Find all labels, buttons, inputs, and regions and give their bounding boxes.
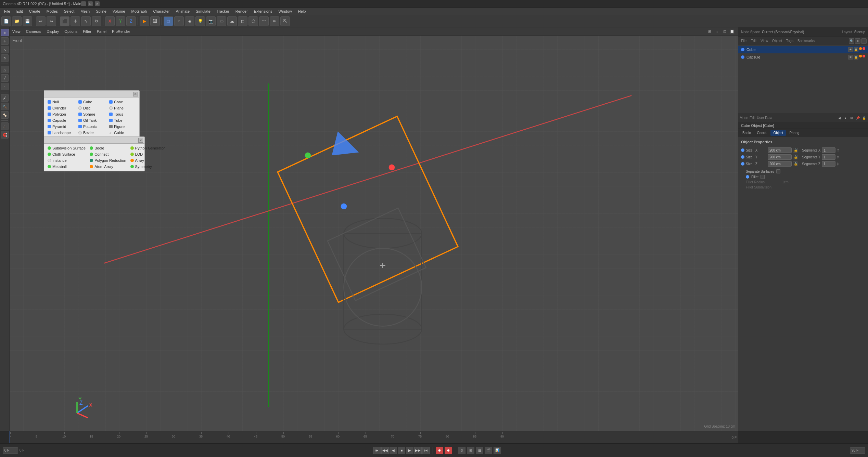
tool-magnet[interactable]: 🧲 (1, 131, 9, 139)
vp-icon-4[interactable]: 🔲 (729, 28, 735, 35)
vp-icon-3[interactable]: ⊡ (722, 28, 728, 35)
tool-point[interactable]: · (1, 83, 9, 90)
vp-icon-1[interactable]: ⊞ (706, 28, 713, 35)
obj-row-cube[interactable]: Cube 👁 🔒 (738, 46, 868, 53)
btn-render-1[interactable]: ⊙ (458, 447, 465, 454)
menu-volume[interactable]: Volume (110, 9, 128, 14)
menu-character[interactable]: Character (150, 9, 172, 14)
obj-more-icon[interactable]: ⋯ (861, 38, 867, 44)
gen-symmetry[interactable]: Symmetry (128, 164, 167, 170)
btn-next-frame[interactable]: ▶▶ (414, 447, 422, 454)
props-lock-y[interactable]: 🔒 (793, 155, 798, 159)
props-lock[interactable]: 🔒 (861, 115, 867, 121)
start-frame-input[interactable] (3, 447, 18, 454)
btn-stop[interactable]: ■ (398, 447, 405, 454)
toolbar-new[interactable]: 📄 (1, 16, 11, 26)
toolbar-light[interactable]: 💡 (195, 16, 205, 26)
obj-row-capsule[interactable]: Capsule 👁 🔒 (738, 53, 868, 61)
obj-filter-icon[interactable]: ≡ (855, 38, 860, 44)
props-checkbox-sep-surfaces[interactable] (776, 169, 780, 173)
obj-tab-edit[interactable]: Edit (749, 38, 758, 43)
menu-animate[interactable]: Animate (173, 9, 192, 14)
vp-icon-2[interactable]: ↕ (714, 28, 720, 35)
toolbar-select[interactable]: ⬛ (60, 16, 69, 26)
gen-connect[interactable]: Connect (88, 151, 128, 157)
toolbar-camera[interactable]: 📷 (206, 16, 216, 26)
primitive-null[interactable]: Null (46, 99, 76, 105)
props-input-seg-z[interactable] (822, 161, 835, 167)
toolbar-render[interactable]: ▶ (140, 16, 149, 26)
btn-prev-frame[interactable]: ◀◀ (381, 447, 389, 454)
toolbar-sky[interactable]: ☁ (227, 16, 237, 26)
menu-file[interactable]: File (1, 9, 13, 14)
props-pin[interactable]: 📌 (855, 115, 860, 121)
props-tab-phong[interactable]: Phong (787, 130, 802, 136)
popup-primitives-close[interactable]: ✕ (133, 92, 138, 96)
btn-go-start[interactable]: ⏮ (373, 447, 381, 454)
toolbar-move[interactable]: ✛ (71, 16, 80, 26)
timeline-track[interactable]: 0 5 10 15 20 25 30 35 40 45 50 55 60 65 … (10, 431, 738, 443)
obj-lock-cube[interactable]: 🔒 (854, 47, 858, 52)
obj-tab-object[interactable]: Object (771, 38, 783, 43)
props-tab-coord[interactable]: Coord. (754, 130, 770, 136)
gen-boole[interactable]: Boole (88, 145, 128, 151)
minimize-btn[interactable]: ─ (81, 1, 86, 6)
vp-menu-filter[interactable]: Filter (83, 29, 91, 34)
primitive-polygon[interactable]: Polygon (46, 111, 76, 117)
obj-lock-capsule[interactable]: 🔒 (854, 55, 858, 60)
vp-menu-view[interactable]: View (12, 29, 21, 34)
primitive-torus[interactable]: Torus (107, 111, 138, 117)
gen-atom-array[interactable]: Atom Array (88, 164, 128, 170)
btn-record-2[interactable]: ⏺ (445, 447, 452, 454)
gen-cloth[interactable]: Cloth Surface (46, 151, 88, 157)
obj-tab-tags[interactable]: Tags (785, 38, 795, 43)
toolbar-rotate[interactable]: ↻ (92, 16, 101, 26)
btn-play-back[interactable]: ◀ (390, 447, 397, 454)
obj-tab-file[interactable]: File (740, 38, 748, 43)
gen-polygon-reduction[interactable]: Polygon Reduction (88, 157, 128, 164)
props-nav-up[interactable]: ▲ (843, 115, 848, 121)
toolbar-knife[interactable]: ⛏ (280, 16, 290, 26)
obj-search-icon[interactable]: 🔍 (849, 38, 854, 44)
obj-tab-view[interactable]: View (759, 38, 769, 43)
gen-subdivision[interactable]: Subdivision Surface (46, 145, 88, 151)
toolbar-spline-tool[interactable]: ✏ (270, 16, 279, 26)
menu-mograph[interactable]: MoGraph (129, 9, 150, 14)
menu-create[interactable]: Create (26, 9, 43, 14)
props-nav-back[interactable]: ◀ (837, 115, 842, 121)
gen-array[interactable]: Array (128, 157, 167, 164)
obj-vis-capsule[interactable]: 👁 (848, 55, 853, 60)
primitive-cylinder[interactable]: Cylinder (46, 105, 76, 111)
primitive-figure[interactable]: Figure (107, 123, 138, 130)
tool-select-model[interactable]: ◈ (1, 29, 9, 36)
props-spinner-x[interactable]: ▲▼ (837, 148, 839, 152)
viewport-canvas[interactable]: Front (10, 36, 738, 431)
props-lock-z[interactable]: 🔒 (793, 161, 798, 166)
props-lock-x[interactable]: 🔒 (793, 148, 798, 153)
end-frame-input[interactable] (850, 447, 865, 454)
menu-select[interactable]: Select (61, 9, 77, 14)
menu-tracker[interactable]: Tracker (214, 9, 232, 14)
toolbar-null[interactable]: ○ (174, 16, 184, 26)
btn-render-2[interactable]: ⊞ (467, 447, 474, 454)
props-edit[interactable]: Edit (750, 116, 755, 120)
obj-vis-cube[interactable]: 👁 (848, 47, 853, 52)
gen-metaball[interactable]: Metaball (46, 164, 88, 170)
primitive-cube[interactable]: Cube (76, 99, 107, 105)
menu-spline[interactable]: Spline (93, 9, 109, 14)
props-input-size-z[interactable] (768, 161, 792, 167)
toolbar-floor[interactable]: ▭ (217, 16, 226, 26)
tool-scale[interactable]: ⤡ (1, 46, 9, 53)
toolbar-object[interactable]: □ (164, 16, 173, 26)
gen-python[interactable]: Python Generator (128, 145, 167, 151)
toolbar-env[interactable]: ⬡ (248, 16, 258, 26)
tool-poly[interactable]: △ (1, 66, 9, 73)
toolbar-material[interactable]: ◈ (185, 16, 194, 26)
tool-pose[interactable]: 🦴 (1, 111, 9, 119)
toolbar-axis-z[interactable]: Z (126, 16, 136, 26)
popup-generators-close[interactable]: ✕ (138, 138, 143, 143)
primitive-bezier[interactable]: Bezier (76, 130, 107, 136)
menu-help[interactable]: Help (295, 9, 309, 14)
primitive-plane[interactable]: Plane (107, 105, 138, 111)
menu-extensions[interactable]: Extensions (251, 9, 275, 14)
